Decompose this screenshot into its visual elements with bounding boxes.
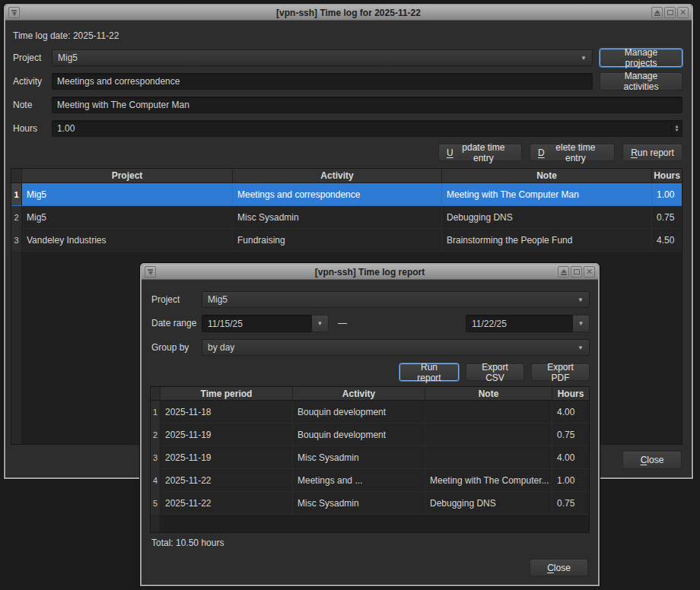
hours-spinbox[interactable]: ▲ ▼ bbox=[52, 120, 682, 137]
table-cell[interactable] bbox=[425, 423, 552, 446]
table-row[interactable]: 12025-11-18Bouquin development4.00 bbox=[151, 401, 589, 423]
close-button[interactable]: Close bbox=[622, 451, 682, 469]
window-menu-icon bbox=[148, 269, 153, 275]
table-cell[interactable]: Vandeley Industries bbox=[22, 229, 233, 252]
export-pdf-button[interactable]: Export PDF bbox=[531, 363, 590, 381]
row-number[interactable]: 3 bbox=[151, 446, 161, 469]
table-row[interactable]: 2Mig5Misc SysadminDebugging DNS0.75 bbox=[11, 206, 682, 229]
row-number[interactable]: 2 bbox=[11, 206, 22, 229]
column-header-hours[interactable]: Hours bbox=[552, 387, 589, 401]
table-cell[interactable]: 0.75 bbox=[652, 206, 682, 229]
table-cell[interactable]: Fundraising bbox=[233, 229, 442, 252]
shade-button[interactable] bbox=[651, 7, 663, 18]
table-cell[interactable]: 2025-11-22 bbox=[161, 469, 293, 492]
table-cell[interactable]: 4.00 bbox=[552, 401, 589, 423]
column-header-activity[interactable]: Activity bbox=[233, 169, 442, 183]
dropdown-arrow-icon: ▼ bbox=[581, 55, 587, 62]
group-by-select[interactable]: by day ▼ bbox=[202, 339, 590, 356]
table-cell[interactable]: 2025-11-19 bbox=[161, 446, 293, 469]
table-cell[interactable]: 1.00 bbox=[552, 469, 589, 492]
table-cell[interactable] bbox=[425, 401, 552, 423]
column-header-note[interactable]: Note bbox=[425, 387, 552, 401]
maximize-button[interactable] bbox=[664, 7, 676, 18]
hours-input[interactable] bbox=[52, 120, 682, 137]
table-cell[interactable]: 4.00 bbox=[552, 446, 589, 469]
table-cell[interactable]: Debugging DNS bbox=[425, 492, 552, 515]
row-number[interactable]: 4 bbox=[151, 469, 161, 492]
report-table: Time period Activity Note Hours 12025-11… bbox=[150, 386, 590, 533]
table-cell[interactable]: Meetings and correspondence bbox=[233, 183, 442, 206]
table-cell[interactable]: Brainstorming the People Fund bbox=[442, 229, 652, 252]
hours-spin-buttons[interactable]: ▲ ▼ bbox=[671, 121, 682, 136]
row-number[interactable]: 3 bbox=[11, 229, 22, 252]
date-start-dropdown-button[interactable]: ▼ bbox=[312, 315, 329, 332]
table-cell[interactable]: 1.00 bbox=[652, 183, 682, 206]
table-cell[interactable]: Misc Sysadmin bbox=[293, 492, 425, 515]
table-cell[interactable]: Bouquin development bbox=[293, 423, 425, 446]
activity-input[interactable] bbox=[52, 73, 593, 90]
table-cell[interactable]: 2025-11-18 bbox=[161, 401, 293, 423]
table-cell[interactable]: Meeting with The Computer Man bbox=[442, 183, 652, 206]
close-window-button[interactable]: ✕ bbox=[677, 7, 689, 18]
table-cell[interactable]: Mig5 bbox=[22, 183, 233, 206]
table-cell[interactable]: Misc Sysadmin bbox=[233, 206, 442, 229]
column-header-time-period[interactable]: Time period bbox=[161, 387, 293, 401]
table-cell[interactable]: Meeting with The Computer... bbox=[425, 469, 552, 492]
column-header-project[interactable]: Project bbox=[22, 169, 233, 183]
date-end-value[interactable]: 11/22/25 bbox=[466, 315, 573, 332]
manage-projects-button[interactable]: Manage projects bbox=[600, 49, 682, 67]
date-end-dropdown-button[interactable]: ▼ bbox=[573, 315, 590, 332]
maximize-button[interactable] bbox=[571, 266, 582, 278]
report-project-label: Project bbox=[151, 291, 180, 308]
date-end-picker[interactable]: 11/22/25 ▼ bbox=[466, 315, 590, 332]
note-input[interactable] bbox=[52, 97, 682, 113]
hours-label: Hours bbox=[13, 120, 37, 137]
date-start-value[interactable]: 11/15/25 bbox=[202, 315, 312, 332]
project-select[interactable]: Mig5 ▼ bbox=[52, 49, 593, 66]
main-window-titlebar[interactable]: [vpn-ssh] Time log for 2025-11-22 ✕ bbox=[5, 5, 692, 21]
table-cell[interactable] bbox=[425, 446, 552, 469]
close-window-button[interactable]: ✕ bbox=[584, 266, 595, 278]
table-cell[interactable]: Mig5 bbox=[22, 206, 233, 229]
table-cell[interactable]: 0.75 bbox=[552, 423, 589, 446]
table-cell[interactable]: Meetings and ... bbox=[293, 469, 425, 492]
table-cell[interactable]: Misc Sysadmin bbox=[293, 446, 425, 469]
spinner-down-icon[interactable]: ▼ bbox=[675, 128, 679, 132]
table-cell[interactable]: 2025-11-22 bbox=[161, 492, 293, 515]
table-cell[interactable]: 4.50 bbox=[652, 229, 682, 252]
table-cell[interactable]: Debugging DNS bbox=[442, 206, 652, 229]
export-csv-button[interactable]: Export CSV bbox=[466, 363, 524, 381]
dropdown-arrow-icon: ▼ bbox=[578, 297, 584, 303]
report-project-select[interactable]: Mig5 ▼ bbox=[202, 291, 590, 308]
table-cell[interactable]: Bouquin development bbox=[293, 401, 425, 423]
table-row[interactable]: 1Mig5Meetings and correspondenceMeeting … bbox=[11, 183, 682, 206]
delete-time-entry-button[interactable]: Delete time entry bbox=[530, 144, 615, 161]
table-cell[interactable]: 2025-11-19 bbox=[161, 423, 293, 446]
row-number[interactable]: 2 bbox=[151, 423, 161, 446]
manage-activities-button[interactable]: Manage activities bbox=[600, 72, 682, 90]
run-report-button[interactable]: Run report bbox=[622, 144, 682, 161]
dialog-close-button[interactable]: Close bbox=[530, 559, 588, 576]
window-menu-button[interactable] bbox=[8, 7, 20, 18]
table-row[interactable]: 42025-11-22Meetings and ...Meeting with … bbox=[151, 469, 589, 492]
row-number[interactable]: 1 bbox=[11, 183, 22, 206]
shade-button[interactable] bbox=[558, 266, 569, 278]
table-row[interactable]: 32025-11-19Misc Sysadmin4.00 bbox=[151, 446, 589, 469]
table-header-row: Time period Activity Note Hours bbox=[151, 387, 589, 401]
date-start-picker[interactable]: 11/15/25 ▼ bbox=[202, 315, 329, 332]
row-number-strip bbox=[11, 252, 22, 444]
table-row[interactable]: 3Vandeley IndustriesFundraisingBrainstor… bbox=[11, 229, 682, 252]
column-header-note[interactable]: Note bbox=[442, 169, 652, 183]
table-cell[interactable]: 0.75 bbox=[552, 492, 589, 515]
table-row[interactable]: 22025-11-19Bouquin development0.75 bbox=[151, 423, 589, 446]
dialog-titlebar[interactable]: [vpn-ssh] Time log report ✕ bbox=[142, 265, 598, 280]
window-menu-button[interactable] bbox=[145, 266, 156, 278]
column-header-hours[interactable]: Hours bbox=[652, 169, 682, 183]
project-label: Project bbox=[13, 49, 41, 66]
update-time-entry-button[interactable]: Update time entry bbox=[438, 144, 522, 161]
row-number[interactable]: 1 bbox=[151, 401, 161, 423]
column-header-activity[interactable]: Activity bbox=[293, 387, 425, 401]
row-number[interactable]: 5 bbox=[151, 492, 161, 515]
report-run-button[interactable]: Run report bbox=[399, 363, 459, 381]
table-row[interactable]: 52025-11-22Misc SysadminDebugging DNS0.7… bbox=[151, 492, 589, 515]
